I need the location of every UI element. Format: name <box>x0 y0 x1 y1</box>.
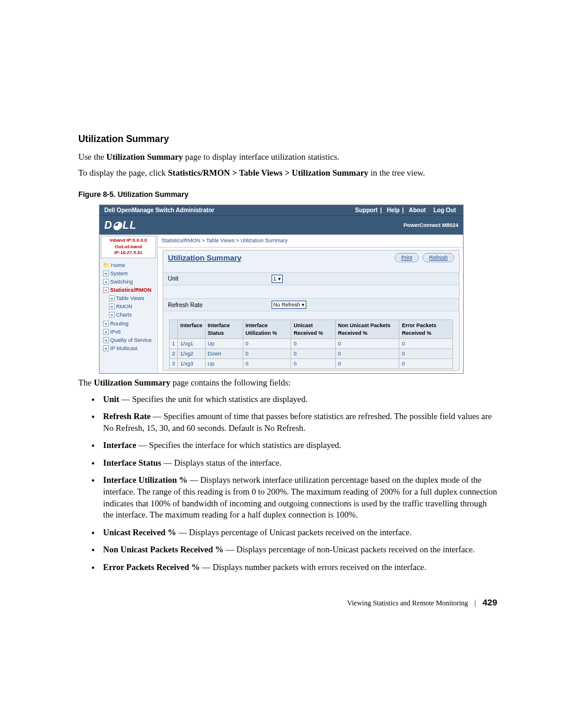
text: page to display interface utilization st… <box>183 152 339 162</box>
refresh-button[interactable]: Refresh <box>422 253 454 262</box>
dell-logo: D◕LL <box>104 218 137 232</box>
sidebar: Inband IP:0.0.0.0 Out-of-band IP:10.27.5… <box>100 235 158 373</box>
tree-system[interactable]: +System <box>101 269 156 278</box>
table-cell: 0 <box>335 348 399 358</box>
panel-title: Utilization Summary <box>168 253 242 263</box>
tree-routing[interactable]: +Routing <box>101 319 156 328</box>
footer-chapter: Viewing Statistics and Remote Monitoring <box>347 599 468 607</box>
table-cell: 0 <box>399 358 453 368</box>
logo-bar: D◕LL PowerConnect M8024 <box>100 215 463 235</box>
collapse-icon[interactable]: - <box>103 287 109 293</box>
utilization-table: Interface Interface Status Interface Uti… <box>169 319 453 369</box>
field-desc: — Displays percentage of Unicast packets… <box>176 528 412 537</box>
section-heading: Utilization Summary <box>78 133 497 146</box>
tree-ipv6[interactable]: +IPv6 <box>101 328 156 336</box>
col-interface-utilization: Interface Utilization % <box>243 320 291 338</box>
breadcrumb: Statistics/RMON > Table Views > Utilizat… <box>158 235 463 247</box>
expand-icon[interactable]: + <box>103 321 109 327</box>
screenshot-figure: Dell OpenManage Switch Administrator Sup… <box>99 205 464 374</box>
window-title: Dell OpenManage Switch Administrator <box>104 206 214 215</box>
table-cell: 1/xg3 <box>178 358 206 368</box>
select-value: No Refresh <box>273 302 300 308</box>
table-cell: 0 <box>243 348 291 358</box>
tree-label: Home <box>111 262 125 268</box>
table-cell: Up <box>205 338 243 348</box>
expand-icon[interactable]: + <box>103 329 109 335</box>
table-cell: 0 <box>335 338 399 348</box>
inband-ip: Inband IP:0.0.0.0 <box>103 238 154 243</box>
tree-table-views[interactable]: +Table Views <box>101 294 156 302</box>
tree-rmon[interactable]: +RMON <box>101 302 156 311</box>
refresh-rate-label: Refresh Rate <box>168 301 272 309</box>
about-link[interactable]: About <box>406 207 428 213</box>
table-cell: 0 <box>243 338 291 348</box>
field-name: Unit <box>103 394 119 404</box>
field-name: Non Unicast Packets Received % <box>103 545 224 554</box>
product-name: PowerConnect M8024 <box>404 222 458 229</box>
print-button[interactable]: Print <box>395 253 419 262</box>
col-interface: Interface <box>178 320 206 338</box>
table-cell: 1/xg2 <box>178 348 206 358</box>
table-cell: 3 <box>170 358 178 368</box>
tree-label: Switching <box>110 279 133 285</box>
field-desc: — Displays percentage of non-Unicast pac… <box>224 545 475 554</box>
list-item: Non Unicast Packets Received % — Display… <box>101 544 497 556</box>
expand-icon[interactable]: + <box>103 279 109 285</box>
tree-switching[interactable]: +Switching <box>101 278 156 286</box>
expand-icon[interactable]: + <box>103 271 109 276</box>
unit-select[interactable]: 1 ▾ <box>272 275 283 283</box>
table-row: 21/xg2Down0000 <box>170 348 453 358</box>
text: Utilization Summary <box>107 152 183 162</box>
support-link[interactable]: Support <box>353 207 380 213</box>
logout-link[interactable]: Log Out <box>431 207 458 213</box>
tree-label: Routing <box>110 321 128 327</box>
tree-home[interactable]: 📁 Home <box>101 261 156 269</box>
expand-icon[interactable]: + <box>109 304 115 309</box>
main-content: Statistics/RMON > Table Views > Utilizat… <box>158 235 463 373</box>
tree-label: Quality of Service <box>110 337 152 343</box>
tree-label: RMON <box>116 304 133 309</box>
tree-label: IP Multicast <box>110 345 137 351</box>
table-row: 11/xg1Up0000 <box>170 338 453 348</box>
tree-label: IPv6 <box>110 329 121 335</box>
select-value: 1 <box>273 276 276 282</box>
text: Utilization Summary <box>94 378 170 387</box>
table-cell: Up <box>205 358 243 368</box>
after-figure-paragraph: The Utilization Summary page contains th… <box>78 377 497 389</box>
expand-icon[interactable]: + <box>109 295 115 301</box>
field-name: Interface Status <box>103 458 161 467</box>
window-titlebar: Dell OpenManage Switch Administrator Sup… <box>100 205 463 216</box>
tree-statistics-rmon[interactable]: -Statistics/RMON <box>101 286 156 294</box>
table-cell: 0 <box>291 338 335 348</box>
refresh-rate-select[interactable]: No Refresh ▾ <box>272 301 306 309</box>
table-cell: 0 <box>399 338 453 348</box>
field-name: Interface <box>103 440 136 450</box>
expand-icon[interactable]: + <box>109 312 115 318</box>
unit-row: Unit 1 ▾ <box>163 272 459 285</box>
text: Statistics/RMON > Table Views > Utilizat… <box>168 168 368 177</box>
col-index <box>170 320 178 338</box>
col-error-packets-received: Error Packets Received % <box>399 320 453 338</box>
outofband-ip: Out-of-band IP:10.27.5.31 <box>103 244 154 256</box>
field-name: Unicast Received % <box>103 528 176 537</box>
help-link[interactable]: Help <box>385 207 402 213</box>
page-footer: Viewing Statistics and Remote Monitoring… <box>78 597 497 608</box>
table-cell: 0 <box>399 348 453 358</box>
field-desc: — Specifies the interface for which stat… <box>136 440 341 450</box>
footer-divider: | <box>475 599 476 607</box>
table-header-row: Interface Interface Status Interface Uti… <box>170 320 453 338</box>
tree-label: System <box>110 271 128 276</box>
tree-charts[interactable]: +Charts <box>101 311 156 319</box>
expand-icon[interactable]: + <box>103 337 109 343</box>
intro-paragraph: Use the Utilization Summary page to disp… <box>78 151 497 163</box>
table-cell: 0 <box>291 348 335 358</box>
list-item: Interface — Specifies the interface for … <box>101 440 497 452</box>
tree-qos[interactable]: +Quality of Service <box>101 336 156 344</box>
text: page contains the following fields: <box>170 378 290 387</box>
table-cell: 1/xg1 <box>178 338 206 348</box>
expand-icon[interactable]: + <box>103 345 109 351</box>
tree-ipmulticast[interactable]: +IP Multicast <box>101 344 156 353</box>
col-interface-status: Interface Status <box>205 320 243 338</box>
table-cell: 2 <box>170 348 178 358</box>
field-desc: — Displays number packets with errors re… <box>200 562 427 572</box>
